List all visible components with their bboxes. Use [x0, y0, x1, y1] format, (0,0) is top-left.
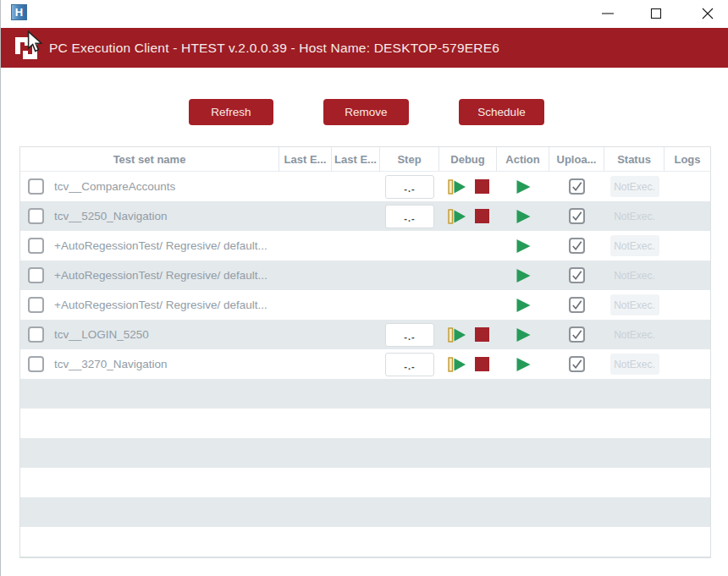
test-set-name: tcv__LOGIN_5250	[54, 328, 149, 341]
table-row[interactable]: +AutoRegessionTest/ Regresive/ default..…	[20, 261, 710, 290]
last-exec-cell-2	[332, 320, 380, 349]
upload-checkbox[interactable]	[569, 326, 585, 343]
last-exec-cell-1	[279, 231, 332, 261]
row-select-checkbox[interactable]	[28, 267, 44, 283]
column-header-8: Status	[604, 147, 665, 172]
table-body: tcv__CompareAccounts -.-	[20, 172, 710, 557]
app-header: PC Execution Client - HTEST v.2.0.0.39 -…	[1, 28, 728, 68]
table-row[interactable]: tcv__3270_Navigation -.-	[20, 349, 710, 379]
test-set-name: +AutoRegessionTest/ Regresive/ default..…	[54, 299, 267, 311]
status-badge: NotExec.	[610, 265, 659, 286]
check-icon	[571, 180, 583, 194]
table-row[interactable]: tcv__CompareAccounts -.-	[20, 172, 710, 201]
refresh-button[interactable]: Refresh	[189, 99, 273, 125]
check-icon	[571, 269, 583, 283]
run-icon[interactable]	[516, 357, 532, 372]
upload-checkbox[interactable]	[569, 356, 585, 372]
empty-row	[20, 379, 710, 409]
minimize-icon	[601, 7, 615, 20]
step-input[interactable]: -.-	[385, 353, 434, 376]
logs-cell	[665, 261, 710, 290]
column-header-4: Step	[380, 147, 439, 172]
schedule-button[interactable]: Schedule	[459, 99, 544, 125]
table-row[interactable]: tcv__5250_Navigation -.-	[20, 201, 710, 231]
last-exec-cell-2	[332, 172, 380, 201]
last-exec-cell-1	[279, 172, 332, 201]
table-row[interactable]: tcv__LOGIN_5250 -.-	[20, 320, 710, 349]
last-exec-cell-1	[279, 320, 332, 349]
run-icon[interactable]	[516, 268, 532, 283]
empty-row	[20, 438, 710, 468]
empty-row	[20, 409, 710, 438]
table-header: Test set nameLast E...Last E...StepDebug…	[20, 147, 710, 172]
test-set-name: +AutoRegessionTest/ Regresive/ default..…	[54, 239, 267, 252]
logs-cell	[665, 290, 710, 320]
run-icon[interactable]	[516, 179, 532, 195]
upload-checkbox[interactable]	[569, 267, 585, 283]
maximize-icon	[649, 7, 663, 20]
check-icon	[571, 239, 583, 253]
last-exec-cell-2	[332, 261, 380, 290]
row-select-checkbox[interactable]	[28, 356, 44, 372]
status-badge: NotExec.	[610, 354, 659, 375]
check-icon	[571, 328, 583, 342]
upload-checkbox[interactable]	[569, 208, 585, 224]
column-header-9: Logs	[665, 147, 710, 172]
run-icon[interactable]	[516, 298, 532, 313]
step-input[interactable]: -.-	[385, 323, 434, 347]
column-header-6: Action	[497, 147, 549, 172]
row-select-checkbox[interactable]	[28, 297, 44, 313]
logs-cell	[665, 172, 710, 201]
close-icon	[701, 7, 714, 20]
app-title: PC Execution Client - HTEST v.2.0.0.39 -…	[49, 28, 499, 68]
logs-cell	[665, 320, 710, 349]
run-icon[interactable]	[516, 327, 532, 343]
table-row[interactable]: +AutoRegessionTest/ Regresive/ default..…	[20, 231, 710, 261]
stop-icon[interactable]	[475, 327, 489, 342]
debug-run-icon[interactable]	[448, 179, 467, 195]
minimize-button[interactable]	[595, 0, 620, 27]
app-window: H PC Execution Client - HTEST v.2.0.0.39…	[0, 0, 728, 576]
column-header-5: Debug	[439, 147, 497, 172]
row-select-checkbox[interactable]	[28, 238, 44, 254]
row-select-checkbox[interactable]	[28, 178, 44, 195]
run-icon[interactable]	[516, 239, 532, 254]
check-icon	[571, 210, 583, 223]
stop-icon[interactable]	[475, 209, 489, 223]
empty-row	[20, 468, 710, 497]
last-exec-cell-2	[332, 349, 380, 379]
stop-icon[interactable]	[475, 179, 489, 194]
maximize-button[interactable]	[643, 0, 669, 27]
status-badge: NotExec.	[610, 206, 659, 227]
upload-checkbox[interactable]	[569, 178, 585, 195]
column-header-7: Uploa...	[549, 147, 604, 172]
test-set-name: +AutoRegessionTest/ Regresive/ default..…	[54, 269, 267, 282]
remove-button[interactable]: Remove	[323, 99, 409, 125]
close-button[interactable]	[695, 0, 720, 27]
last-exec-cell-1	[279, 290, 332, 320]
status-badge: NotExec.	[610, 324, 659, 345]
run-icon[interactable]	[516, 209, 532, 224]
check-icon	[571, 358, 583, 371]
test-set-name: tcv__CompareAccounts	[54, 180, 175, 193]
upload-checkbox[interactable]	[569, 238, 585, 254]
last-exec-cell-2	[332, 290, 380, 320]
stop-icon[interactable]	[475, 357, 489, 371]
app-icon-letter: H	[15, 7, 23, 18]
column-header-1: Test set name	[20, 147, 279, 172]
test-set-name: tcv__3270_Navigation	[54, 358, 168, 370]
empty-row	[20, 527, 710, 557]
row-select-checkbox[interactable]	[28, 326, 44, 343]
last-exec-cell-2	[332, 201, 380, 231]
debug-run-icon[interactable]	[448, 327, 467, 343]
debug-run-icon[interactable]	[448, 357, 467, 372]
upload-checkbox[interactable]	[569, 297, 585, 313]
status-badge: NotExec.	[610, 294, 659, 315]
step-input[interactable]: -.-	[385, 205, 434, 228]
debug-run-icon[interactable]	[448, 209, 467, 224]
step-input[interactable]: -.-	[385, 175, 434, 199]
last-exec-cell-1	[279, 349, 332, 379]
row-select-checkbox[interactable]	[28, 208, 44, 224]
table-row[interactable]: +AutoRegessionTest/ Regresive/ default..…	[20, 290, 710, 320]
status-badge: NotExec.	[610, 235, 659, 256]
